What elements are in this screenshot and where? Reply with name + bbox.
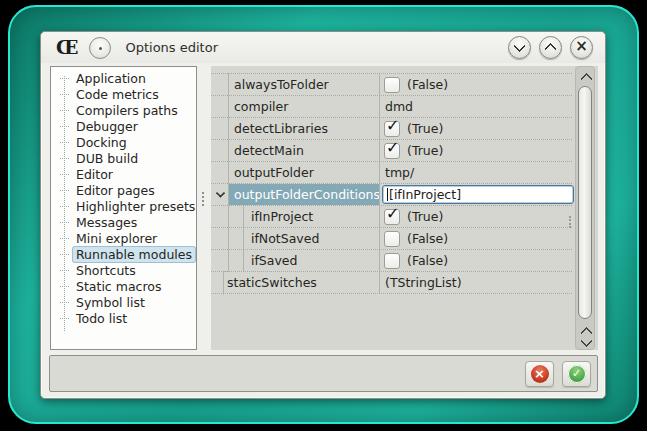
- property-value: ✓(True): [379, 118, 572, 139]
- accept-button[interactable]: ✓: [562, 361, 591, 387]
- sidebar-item-label: Debugger: [73, 119, 141, 134]
- boolean-label: (False): [407, 77, 448, 92]
- titlebar[interactable]: Œ Options editor ×: [41, 32, 605, 63]
- sidebar-item-code-metrics[interactable]: Code metrics: [51, 86, 196, 102]
- property-row-detectMain[interactable]: detectMain✓(True): [211, 140, 572, 162]
- boolean-label: (True): [407, 209, 443, 224]
- sidebar-item-label: Mini explorer: [73, 231, 160, 246]
- sidebar-item-application[interactable]: Application: [51, 70, 196, 86]
- property-name: staticSwitches: [211, 272, 379, 293]
- scrollbar-thumb[interactable]: [578, 86, 592, 319]
- vertical-scrollbar[interactable]: [575, 66, 595, 350]
- property-value: dmd: [379, 96, 572, 117]
- sidebar-item-messages[interactable]: Messages: [51, 214, 196, 230]
- property-value: [ifInProject]: [379, 184, 572, 205]
- inspector-rows: alwaysToFolder(False)compilerdmddetectLi…: [211, 73, 572, 294]
- boolean-label: (False): [407, 231, 448, 246]
- accept-icon: ✓: [568, 365, 586, 383]
- options-editor-window: Œ Options editor × ApplicationCode metri…: [40, 31, 606, 399]
- sidebar-item-label: Runnable modules: [73, 247, 195, 262]
- scroll-up-icon[interactable]: [582, 73, 591, 82]
- edit-value-text: [ifInProject]: [389, 187, 461, 202]
- property-row-ifNotSaved[interactable]: ifNotSaved(False): [211, 228, 572, 250]
- property-name: outputFolder: [211, 162, 379, 183]
- sidebar-item-runnable-modules[interactable]: Runnable modules: [51, 246, 196, 262]
- splitter-grip-icon: [202, 192, 206, 206]
- cancel-button[interactable]: ×: [525, 361, 554, 387]
- property-value: ✓(True): [379, 206, 572, 227]
- sidebar-item-mini-explorer[interactable]: Mini explorer: [51, 230, 196, 246]
- checkbox-checked[interactable]: ✓: [384, 121, 400, 137]
- property-value: (False): [379, 228, 572, 249]
- property-name: detectMain: [211, 140, 379, 161]
- text-caret: [387, 188, 388, 201]
- property-row-staticSwitches[interactable]: staticSwitches(TStringList): [211, 272, 572, 294]
- sidebar-item-label: Code metrics: [73, 87, 162, 102]
- property-row-ifSaved[interactable]: ifSaved(False): [211, 250, 572, 272]
- sidebar-item-static-macros[interactable]: Static macros: [51, 278, 196, 294]
- close-button[interactable]: ×: [570, 36, 593, 59]
- check-icon: ✓: [386, 118, 399, 134]
- value-text: tmp/: [385, 165, 414, 180]
- pane-grip-icon: [569, 216, 573, 228]
- property-name: ifNotSaved: [211, 228, 379, 249]
- checkbox-checked[interactable]: ✓: [384, 143, 400, 159]
- sidebar-item-label: Editor pages: [73, 183, 158, 198]
- sidebar-item-label: Todo list: [73, 311, 130, 326]
- property-name: detectLibraries: [211, 118, 379, 139]
- checkbox-unchecked[interactable]: [384, 77, 400, 93]
- sidebar-item-dub-build[interactable]: DUB build: [51, 150, 196, 166]
- boolean-label: (True): [407, 121, 443, 136]
- window-controls: ×: [508, 36, 593, 59]
- checkbox-checked[interactable]: ✓: [384, 209, 400, 225]
- property-row-outputFolderConditions[interactable]: outputFolderConditions[ifInProject]: [211, 184, 572, 206]
- sidebar-item-label: Highlighter presets: [73, 199, 197, 214]
- sidebar-item-compilers-paths[interactable]: Compilers paths: [51, 102, 196, 118]
- value-text: dmd: [385, 99, 413, 114]
- property-inspector: alwaysToFolder(False)compilerdmddetectLi…: [211, 66, 598, 350]
- sidebar-item-todo-list[interactable]: Todo list: [51, 310, 196, 326]
- sidebar-item-label: Compilers paths: [73, 103, 181, 118]
- checkbox-unchecked[interactable]: [384, 253, 400, 269]
- sidebar-item-highlighter-presets[interactable]: Highlighter presets: [51, 198, 196, 214]
- property-row-alwaysToFolder[interactable]: alwaysToFolder(False): [211, 74, 572, 96]
- sidebar-item-docking[interactable]: Docking: [51, 134, 196, 150]
- property-name: outputFolderConditions: [211, 184, 379, 205]
- window-title: Options editor: [125, 40, 218, 55]
- sidebar-item-editor-pages[interactable]: Editor pages: [51, 182, 196, 198]
- sidebar-item-symbol-list[interactable]: Symbol list: [51, 294, 196, 310]
- value-text: (TStringList): [385, 275, 462, 290]
- property-value: tmp/: [379, 162, 572, 183]
- maximize-button[interactable]: [539, 36, 562, 59]
- property-row-compiler[interactable]: compilerdmd: [211, 96, 572, 118]
- minimize-button[interactable]: [508, 36, 531, 59]
- sidebar-item-shortcuts[interactable]: Shortcuts: [51, 262, 196, 278]
- property-name: alwaysToFolder: [211, 74, 379, 95]
- sidebar-item-label: Shortcuts: [73, 263, 139, 278]
- property-value: (False): [379, 74, 572, 95]
- sidebar-item-label: Docking: [73, 135, 130, 150]
- window-menu-button[interactable]: [89, 37, 111, 59]
- scroll-down-icon[interactable]: [582, 338, 591, 347]
- tree-grid-splitter[interactable]: [197, 66, 211, 350]
- chevron-down-icon: [513, 40, 526, 53]
- boolean-label: (False): [407, 253, 448, 268]
- sidebar-item-label: Symbol list: [73, 295, 148, 310]
- footer-panel: × ✓: [49, 355, 598, 392]
- sidebar-item-label: Editor: [73, 167, 116, 182]
- sidebar-item-editor[interactable]: Editor: [51, 166, 196, 182]
- value-edit-input[interactable]: [ifInProject]: [382, 185, 574, 204]
- property-row-outputFolder[interactable]: outputFoldertmp/: [211, 162, 572, 184]
- property-value: (False): [379, 250, 572, 271]
- property-name: ifSaved: [211, 250, 379, 271]
- sidebar-item-debugger[interactable]: Debugger: [51, 118, 196, 134]
- category-tree[interactable]: ApplicationCode metricsCompilers pathsDe…: [50, 66, 197, 350]
- property-value: ✓(True): [379, 140, 572, 161]
- property-row-detectLibraries[interactable]: detectLibraries✓(True): [211, 118, 572, 140]
- property-value: (TStringList): [379, 272, 572, 293]
- property-row-ifInProject[interactable]: ifInProject✓(True): [211, 206, 572, 228]
- cancel-icon: ×: [531, 365, 549, 383]
- check-icon: ✓: [386, 140, 399, 156]
- chevron-up-icon: [544, 43, 557, 56]
- checkbox-unchecked[interactable]: [384, 231, 400, 247]
